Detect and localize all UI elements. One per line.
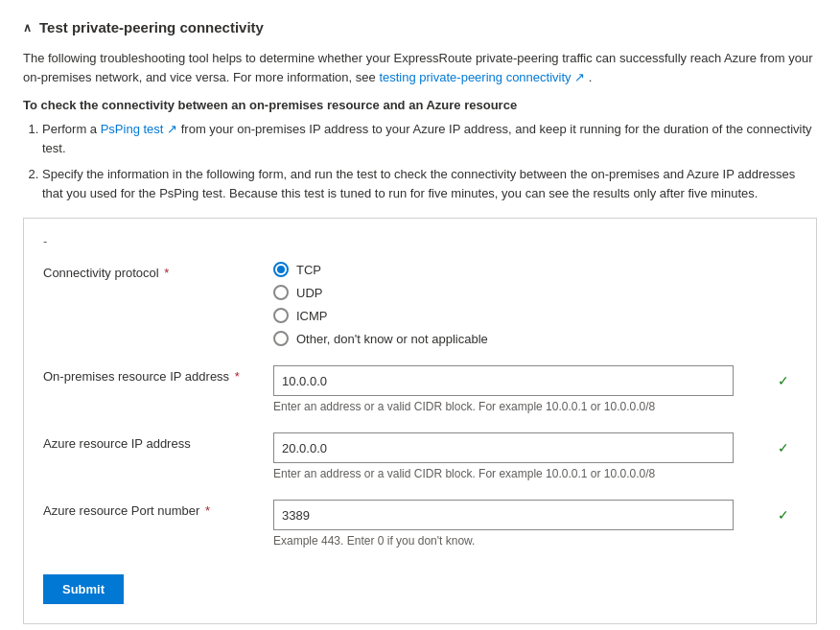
radio-icmp[interactable] (273, 308, 289, 323)
section-title-text: Test private-peering connectivity (39, 19, 264, 35)
azure-ip-wrapper: ✓ (273, 432, 797, 463)
required-star-protocol: * (164, 266, 169, 280)
port-hint: Example 443. Enter 0 if you don't know. (273, 534, 797, 548)
azure-ip-row: Azure resource IP address ✓ Enter an add… (43, 432, 797, 480)
radio-udp-label: UDP (296, 286, 322, 300)
radio-other-label: Other, don't know or not applicable (296, 332, 488, 346)
steps-list: Perform a PsPing test ↗ from your on-pre… (42, 120, 817, 202)
azure-ip-label: Azure resource IP address (43, 432, 273, 451)
port-label-text: Azure resource Port number (43, 503, 199, 518)
step-1: Perform a PsPing test ↗ from your on-pre… (42, 120, 817, 157)
azure-ip-input[interactable] (273, 432, 734, 463)
radio-tcp[interactable] (273, 262, 289, 277)
azure-ip-control: ✓ Enter an address or a valid CIDR block… (273, 432, 797, 480)
private-peering-link[interactable]: testing private-peering connectivity ↗ (379, 70, 588, 84)
azure-ip-label-text: Azure resource IP address (43, 436, 191, 451)
step-2: Specify the information in the following… (42, 165, 817, 202)
psping-external-icon: ↗ (167, 122, 177, 136)
bold-header: To check the connectivity between an on-… (23, 98, 817, 112)
azure-ip-check-icon: ✓ (778, 440, 789, 455)
port-control: ✓ Example 443. Enter 0 if you don't know… (273, 500, 797, 548)
chevron-up-icon: ∧ (23, 21, 32, 35)
azure-ip-hint: Enter an address or a valid CIDR block. … (273, 467, 797, 480)
external-link-icon: ↗ (574, 70, 585, 84)
radio-option-tcp[interactable]: TCP (273, 262, 797, 277)
connectivity-protocol-row: Connectivity protocol * TCP UDP ICMP (43, 262, 797, 346)
psping-link-text: PsPing test (101, 122, 164, 136)
port-check-icon: ✓ (778, 507, 789, 523)
dash-label: - (43, 234, 797, 248)
port-wrapper: ✓ (273, 500, 797, 530)
description-text-end: . (589, 70, 593, 84)
port-row: Azure resource Port number * ✓ Example 4… (43, 500, 797, 548)
on-premises-ip-input[interactable] (273, 365, 734, 396)
on-premises-ip-label: On-premises resource IP address * (43, 365, 273, 384)
required-star-port: * (205, 503, 210, 518)
connectivity-protocol-control: TCP UDP ICMP Other, don't know or not ap… (273, 262, 797, 346)
on-premises-ip-wrapper: ✓ (273, 365, 797, 396)
radio-udp[interactable] (273, 285, 289, 300)
radio-option-icmp[interactable]: ICMP (273, 308, 797, 323)
on-premises-ip-hint: Enter an address or a valid CIDR block. … (273, 400, 797, 413)
connectivity-protocol-label: Connectivity protocol * (43, 262, 273, 280)
radio-group-protocol: TCP UDP ICMP Other, don't know or not ap… (273, 262, 797, 346)
private-peering-link-text: testing private-peering connectivity (379, 70, 571, 84)
port-input[interactable] (273, 500, 734, 530)
page-container: ∧ Test private-peering connectivity The … (23, 19, 817, 624)
on-premises-ip-row: On-premises resource IP address * ✓ Ente… (43, 365, 797, 413)
on-premises-check-icon: ✓ (778, 373, 789, 388)
step1-text1: Perform a (42, 122, 97, 136)
radio-icmp-label: ICMP (296, 309, 328, 323)
radio-option-udp[interactable]: UDP (273, 285, 797, 300)
on-premises-ip-label-text: On-premises resource IP address (43, 369, 229, 384)
psping-link[interactable]: PsPing test ↗ (101, 122, 181, 136)
required-star-on-premises: * (235, 369, 240, 384)
on-premises-ip-control: ✓ Enter an address or a valid CIDR block… (273, 365, 797, 413)
port-label: Azure resource Port number * (43, 500, 273, 518)
radio-tcp-label: TCP (296, 263, 321, 277)
step2-text: Specify the information in the following… (42, 167, 795, 200)
submit-button[interactable]: Submit (43, 574, 124, 604)
radio-option-other[interactable]: Other, don't know or not applicable (273, 331, 797, 346)
description-paragraph: The following troubleshooting tool helps… (23, 49, 817, 86)
section-title: ∧ Test private-peering connectivity (23, 19, 817, 35)
form-panel: - Connectivity protocol * TCP UDP (23, 218, 817, 624)
radio-other[interactable] (273, 331, 289, 346)
connectivity-protocol-label-text: Connectivity protocol (43, 266, 159, 280)
